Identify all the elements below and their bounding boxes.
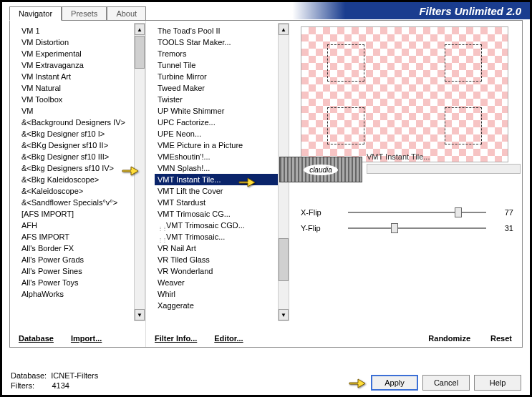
list-item[interactable]: VMT Instant Tile... bbox=[155, 174, 289, 185]
list-item[interactable]: VMN Splash!... bbox=[155, 162, 289, 174]
selection-rect bbox=[327, 44, 364, 82]
category-column: VM 1VM DistortionVM ExperimentalVM Extra… bbox=[10, 21, 146, 347]
filter-info-button[interactable]: Filter Info... bbox=[155, 334, 197, 343]
category-list[interactable]: VM 1VM DistortionVM ExperimentalVM Extra… bbox=[10, 21, 145, 321]
dialog-buttons: Apply Cancel Help bbox=[348, 375, 521, 391]
slider-label: X-Flip bbox=[301, 208, 341, 217]
list-item[interactable]: VM 1 bbox=[19, 25, 145, 36]
scroll-up-icon[interactable]: ▲ bbox=[135, 24, 145, 35]
tab-about[interactable]: About bbox=[107, 6, 146, 20]
drag-icon bbox=[158, 233, 165, 240]
list-item[interactable]: AFS IMPORT bbox=[19, 231, 145, 242]
scroll-down-icon[interactable]: ▼ bbox=[135, 309, 145, 320]
import-button[interactable]: Import... bbox=[71, 334, 102, 343]
slider-thumb[interactable] bbox=[455, 207, 462, 217]
slider-track[interactable] bbox=[348, 212, 486, 213]
list-item[interactable]: VMT Stardust bbox=[155, 197, 289, 208]
scroll-thumb[interactable] bbox=[135, 36, 145, 69]
list-item[interactable]: &<Bkg Designers sf10 IV> bbox=[19, 162, 145, 174]
pointer-icon bbox=[348, 375, 367, 391]
db-value: ICNET-Filters bbox=[51, 371, 98, 380]
selection-rect bbox=[445, 44, 482, 82]
list-item[interactable]: Twister bbox=[155, 94, 289, 105]
list-item[interactable]: VM Extravaganza bbox=[19, 59, 145, 71]
list-item[interactable]: The Toad's Pool II bbox=[155, 25, 289, 36]
preview-area bbox=[301, 26, 508, 162]
list-item[interactable]: UPC Factorize... bbox=[155, 117, 289, 128]
reset-button[interactable]: Reset bbox=[490, 334, 512, 343]
list-item[interactable]: Tunnel Tile bbox=[155, 59, 289, 71]
list-item[interactable]: &<Kaleidoscope> bbox=[19, 185, 145, 197]
tab-strip: Navigator Presets About bbox=[9, 6, 530, 20]
list-item[interactable]: UP White Shimmer bbox=[155, 105, 289, 117]
footer: Database: ICNET-Filters Filters: 4134 Ap… bbox=[11, 371, 521, 391]
list-item[interactable]: All's Power Grads bbox=[19, 254, 145, 265]
list-item[interactable]: Tremors bbox=[155, 48, 289, 59]
list-item[interactable]: All's Power Sines bbox=[19, 265, 145, 277]
randomize-button[interactable]: Randomize bbox=[428, 334, 470, 343]
list-item[interactable]: VM bbox=[19, 105, 145, 117]
list-item[interactable]: VM Instant Art bbox=[19, 71, 145, 82]
list-item[interactable]: Turbine Mirror bbox=[155, 71, 289, 82]
list-item[interactable]: &<Bkg Designer sf10 III> bbox=[19, 151, 145, 162]
list-item[interactable]: Whirl bbox=[155, 288, 289, 300]
list-item[interactable]: TOOLS Star Maker... bbox=[155, 36, 289, 48]
slider-value: 77 bbox=[493, 208, 513, 217]
list-item[interactable]: VM Distortion bbox=[19, 36, 145, 48]
list-item[interactable]: AFH bbox=[19, 220, 145, 231]
list-item[interactable]: VM Natural bbox=[19, 82, 145, 94]
slider-row: Y-Flip31 bbox=[301, 224, 513, 232]
preview-column: claudia VMT Instant Tile... X-Flip77Y-Fl… bbox=[289, 21, 522, 347]
scroll-up-icon[interactable]: ▲ bbox=[279, 24, 289, 35]
list-item[interactable]: [AFS IMPORT] bbox=[19, 208, 145, 220]
list-item[interactable]: &<Bkg Designer sf10 I> bbox=[19, 128, 145, 139]
slider-row: X-Flip77 bbox=[301, 208, 513, 217]
database-button[interactable]: Database bbox=[19, 334, 54, 343]
tab-navigator[interactable]: Navigator bbox=[9, 6, 62, 21]
category-scrollbar[interactable]: ▲ ▼ bbox=[134, 23, 145, 321]
list-item[interactable]: Xaggerate bbox=[155, 300, 289, 311]
cancel-button[interactable]: Cancel bbox=[422, 375, 470, 391]
list-item[interactable]: All's Border FX bbox=[19, 242, 145, 254]
slider-area: X-Flip77Y-Flip31 bbox=[301, 208, 513, 232]
list-item[interactable]: VME Picture in a Picture bbox=[155, 139, 289, 151]
list-item[interactable]: UPE Neon... bbox=[155, 128, 289, 139]
list-item[interactable]: VM Toolbox bbox=[19, 94, 145, 105]
list-item[interactable]: AlphaWorks bbox=[19, 288, 145, 300]
slider-label: Y-Flip bbox=[301, 224, 341, 232]
watermark-strip: claudia bbox=[279, 157, 362, 182]
list-item[interactable]: &<Sandflower Specials°v°> bbox=[19, 197, 145, 208]
list-item[interactable]: VR Nail Art bbox=[155, 242, 289, 254]
list-item[interactable]: All's Power Toys bbox=[19, 277, 145, 288]
editor-button[interactable]: Editor... bbox=[214, 334, 243, 343]
list-item[interactable]: Weaver bbox=[155, 277, 289, 288]
scroll-down-icon[interactable]: ▼ bbox=[279, 309, 289, 320]
selection-rect bbox=[327, 107, 364, 144]
help-button[interactable]: Help bbox=[474, 375, 521, 391]
list-item[interactable]: Tweed Maker bbox=[155, 82, 289, 94]
filter-list[interactable]: The Toad's Pool IITOOLS Star Maker...Tre… bbox=[146, 21, 289, 321]
filters-count-value: 4134 bbox=[52, 381, 69, 390]
current-filter-label: VMT Instant Tile... bbox=[367, 152, 430, 161]
list-item[interactable]: VR Tiled Glass bbox=[155, 254, 289, 265]
filters-count-label: Filters: bbox=[11, 381, 34, 390]
slider-thumb[interactable] bbox=[391, 223, 398, 233]
list-item[interactable]: &<Background Designers IV> bbox=[19, 117, 145, 128]
list-item[interactable]: VMT Trimosaic... bbox=[155, 231, 289, 242]
slider-value: 31 bbox=[493, 224, 513, 232]
slider-track[interactable] bbox=[348, 227, 486, 229]
apply-button[interactable]: Apply bbox=[371, 375, 418, 391]
scroll-thumb[interactable] bbox=[279, 238, 289, 281]
list-item[interactable]: &<Bkg Kaleidoscope> bbox=[19, 174, 145, 185]
selection-rect bbox=[445, 107, 482, 144]
drag-icon bbox=[158, 222, 165, 229]
list-item[interactable]: VMT Trimosaic CGD... bbox=[155, 220, 289, 231]
list-item[interactable]: VMEshoutin'!... bbox=[155, 151, 289, 162]
list-item[interactable]: VMT Trimosaic CG... bbox=[155, 208, 289, 220]
list-item[interactable]: VM Experimental bbox=[19, 48, 145, 59]
tab-presets[interactable]: Presets bbox=[62, 6, 107, 20]
list-item[interactable]: &<BKg Designer sf10 II> bbox=[19, 139, 145, 151]
list-item[interactable]: VMT Lift the Cover bbox=[155, 185, 289, 197]
filter-column: The Toad's Pool IITOOLS Star Maker...Tre… bbox=[146, 21, 289, 347]
list-item[interactable]: VR Wonderland bbox=[155, 265, 289, 277]
